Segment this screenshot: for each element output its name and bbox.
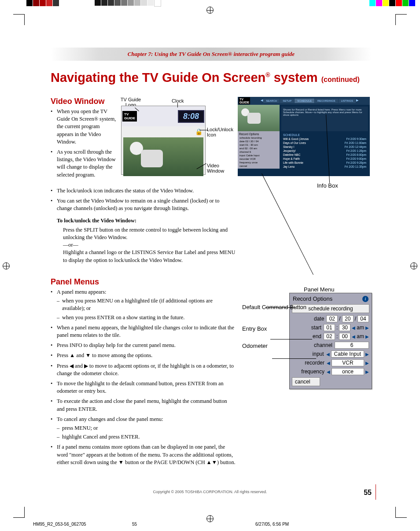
odometer: Cable Input (331, 350, 364, 358)
recorder-row: recorder ◀ VCR ▶ (291, 358, 370, 367)
list-item-text: A panel menu appears: (57, 289, 106, 295)
page-title: Navigating the TV Guide On Screen® syste… (51, 70, 360, 85)
entry-box: 6 (335, 342, 369, 349)
caret-left-icon: ◀ (327, 361, 330, 365)
tab: SETUP (280, 99, 294, 103)
field-label: channel (314, 342, 332, 348)
procedure-heading: To lock/unlock the Video Window: (57, 217, 236, 225)
slug-date: 6/27/05, 6:56 PM (255, 522, 289, 527)
caret-right-icon: ▶ (365, 369, 369, 374)
page-number: 55 (364, 489, 372, 497)
callout-line (262, 173, 313, 275)
video-preview-small (238, 105, 280, 131)
entry-box: 04 (357, 315, 369, 322)
mini-row: cancel (239, 164, 279, 168)
mini-row: end 02 : 00 am (239, 147, 279, 150)
list-item: When you open the TV Guide On Screen® sy… (51, 108, 117, 146)
panel-menus-section: Panel Menus A panel menu appears: when y… (51, 277, 236, 469)
caret-right-icon: ▶ (365, 325, 369, 330)
callout-line (265, 307, 296, 308)
crop-mark (24, 507, 25, 518)
crop-mark (13, 14, 24, 15)
crop-mark (395, 14, 396, 25)
field-label: input (313, 351, 324, 357)
heading-text: Navigating the TV Guide On Screen (51, 70, 265, 85)
diagram-label: Video Window (207, 163, 233, 173)
list-item: To cancel any changes and close the pane… (51, 416, 236, 441)
section-heading: Video Window (51, 97, 117, 106)
mini-title: Record Options (239, 132, 279, 136)
mini-row: input Cable Input (239, 154, 279, 157)
list-item: A panel menu appears: when you press MEN… (51, 288, 236, 321)
schedule-row: Starsky IFri 2/20 12:44pm (281, 145, 368, 149)
odometer: VCR (332, 359, 364, 366)
schedule-heading: SCHEDULE (281, 133, 368, 137)
schedule-row: Days of Our LivesFri 2/20 11:00am (281, 141, 368, 145)
crop-mark (396, 517, 407, 518)
entry-box: 00 (339, 333, 350, 340)
sub-item: when you press MENU on a highlighted til… (57, 297, 236, 312)
infobox-label: Info Box (317, 182, 338, 189)
bullet-list: A panel menu appears: when you press MEN… (51, 288, 236, 466)
mini-row: schedule recording (239, 136, 279, 140)
bullet-list: The lock/unlock icon indicates the statu… (51, 187, 236, 213)
ampm: am (357, 324, 364, 331)
tvguide-logo-icon: TVGUIDE (122, 111, 137, 122)
mini-row: start 01 : 30 am (239, 143, 279, 147)
caret-left-icon: ◀ (352, 325, 355, 330)
field-label: start (311, 324, 321, 331)
heading-continued: (continued) (321, 76, 360, 83)
list-item: Press ◀ and ▶ to move to adjacent option… (51, 362, 236, 377)
video-window-section: Video Window When you open the TV Guide … (51, 97, 117, 181)
list-item: Press ▲ and ▼ to move among the options. (51, 352, 236, 359)
page-rule (376, 484, 376, 500)
crop-mark (13, 517, 24, 518)
tab: SCHEDULE (295, 99, 314, 103)
panel-title-row: Record Options i (291, 295, 370, 303)
register-target-icon (3, 262, 10, 269)
callout-label: Odometer (242, 343, 306, 350)
register-target-icon (410, 262, 417, 269)
entry-box: 01 (324, 324, 335, 331)
register-marks (0, 0, 420, 6)
caret-left-icon: ◀ (327, 369, 330, 374)
tab: RECORDINGS (315, 99, 338, 103)
registered-icon: ® (265, 71, 270, 78)
list-item: When a panel menu appears, the highlight… (51, 324, 236, 339)
entry-box: 02 (324, 333, 335, 340)
mini-row: frequency once (239, 161, 279, 164)
list-item: Press INFO to display help for the curre… (51, 342, 236, 349)
clock-value: 8:08 (178, 110, 204, 123)
tvguide-logo-icon: TVGUIDE (239, 97, 250, 104)
service-bar: ◀ SEARCH SETUP SCHEDULE RECORDINGS LISTI… (261, 99, 358, 103)
help-icon: i (362, 296, 368, 302)
callout-line (272, 358, 316, 359)
slug-page: 55 (132, 522, 137, 527)
crop-mark (24, 14, 25, 25)
caret-right-icon: ▶ (365, 334, 369, 339)
mini-row: date 02 / 20 / 04 (239, 140, 279, 143)
page: Chapter 7: Using the TV Guide On Screen®… (0, 0, 420, 531)
diagram-label: Lock/Unlock Icon (207, 127, 238, 137)
sub-item: highlight Cancel and press ENTER. (57, 433, 236, 441)
entry-box: 30 (339, 324, 350, 331)
list-item: To move the highlight to the default com… (51, 380, 236, 395)
list-item-text: To cancel any changes and close the pane… (57, 416, 163, 422)
lock-icon: 🔒 (122, 126, 205, 137)
tab: SEARCH (263, 99, 280, 103)
callout-label: Entry Box (242, 325, 306, 333)
mini-row: channel 6 (239, 150, 279, 154)
tab: LISTINGS (339, 99, 356, 103)
crop-mark (396, 14, 407, 15)
list-item: The lock/unlock icon indicates the statu… (51, 187, 236, 195)
sub-item: press MENU; or (57, 424, 236, 432)
schedule-list: SCHEDULE Will & Good (JerusaFri 2/20 9:3… (281, 133, 368, 169)
heading-text: system (270, 70, 321, 85)
record-options-mini: Record Options schedule recording date 0… (238, 131, 280, 169)
caret-right-icon: ▶ (365, 352, 369, 357)
caret-left-icon: ◀ (352, 334, 355, 339)
schedule-row: Jay LenoFri 2/20 11:35pm (281, 165, 368, 169)
caret-right-icon: ▶ (365, 361, 369, 365)
register-target-icon (206, 7, 214, 14)
list-item: If a panel menu contains more options th… (51, 443, 236, 466)
